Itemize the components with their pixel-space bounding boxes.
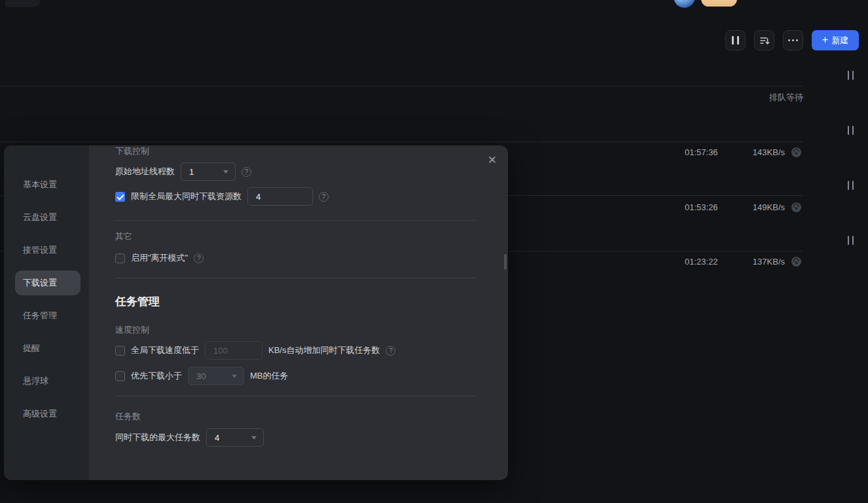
speed-rule-checkbox[interactable] (115, 346, 125, 356)
help-icon[interactable]: ? (386, 346, 395, 356)
row-divider (0, 141, 803, 142)
task-status-text: 排队等待 (744, 92, 803, 103)
priority-row: 优先下载小于 30 MB的任务 (115, 367, 289, 385)
window-corner (5, 0, 41, 7)
globe-avatar-icon (674, 0, 695, 8)
sidebar-item-download[interactable]: 下载设置 (15, 270, 81, 295)
origin-threads-row: 原始地址线程数 1 ? (115, 162, 251, 181)
plus-icon: + (822, 35, 828, 45)
section-speed-control: 速度控制 (115, 324, 149, 336)
limit-resources-row: 限制全局最大同时下载资源数 ? (115, 187, 329, 206)
settings-dialog: 基本设置 云盘设置 接管设置 下载设置 任务管理 提醒 悬浮球 高级设置 ✕ 下… (4, 145, 508, 480)
more-button[interactable] (783, 30, 803, 50)
away-mode-row: 启用"离开模式" ? (115, 252, 204, 264)
max-tasks-row: 同时下载的最大任务数 4 (115, 428, 264, 447)
max-tasks-select[interactable]: 4 (206, 428, 264, 447)
task-time: 01:57:36 (685, 147, 718, 157)
task-time: 01:53:26 (685, 202, 718, 212)
vip-badge[interactable] (701, 0, 737, 7)
section-task-count: 任务数 (115, 411, 141, 422)
chevron-down-icon (232, 375, 237, 378)
task-speed: 137KB/s (753, 257, 785, 267)
cloud-download-icon[interactable] (791, 202, 801, 212)
task-pause-button[interactable] (848, 236, 854, 245)
task-time: 01:23:22 (685, 257, 718, 267)
max-tasks-value: 4 (215, 433, 219, 443)
speed-rule-suffix: KB/s自动增加同时下载任务数 (268, 345, 380, 356)
task-speed: 149KB/s (753, 202, 785, 212)
limit-resources-input[interactable] (247, 187, 313, 206)
task-pause-button[interactable] (848, 71, 854, 80)
more-icon (788, 39, 798, 41)
help-icon[interactable]: ? (242, 167, 251, 177)
away-mode-label[interactable]: 启用"离开模式" (131, 252, 188, 264)
sidebar-item-basic[interactable]: 基本设置 (15, 172, 81, 197)
section-other: 其它 (115, 231, 132, 242)
task-pause-button[interactable] (848, 181, 854, 190)
chevron-down-icon (223, 170, 228, 174)
sidebar-item-cloud[interactable]: 云盘设置 (15, 205, 81, 230)
chevron-down-icon (251, 436, 257, 439)
origin-threads-select[interactable]: 1 (181, 162, 236, 181)
limit-resources-checkbox[interactable] (115, 192, 125, 202)
pause-icon (732, 36, 739, 45)
speed-rule-prefix[interactable]: 全局下载速度低于 (131, 345, 199, 356)
section-divider (115, 220, 476, 221)
away-mode-checkbox[interactable] (115, 253, 125, 263)
task-row: 01:53:26 149KB/s (685, 202, 801, 212)
section-download-control: 下载控制 (115, 145, 149, 157)
priority-suffix: MB的任务 (250, 370, 289, 382)
sidebar-item-advanced[interactable]: 高级设置 (15, 401, 81, 426)
section-divider (115, 396, 476, 396)
limit-resources-label[interactable]: 限制全局最大同时下载资源数 (131, 191, 242, 202)
cloud-download-icon[interactable] (791, 147, 801, 157)
user-avatar[interactable] (674, 0, 695, 8)
origin-threads-value: 1 (189, 167, 194, 177)
sidebar-item-task[interactable]: 任务管理 (15, 303, 81, 328)
close-icon[interactable]: ✕ (485, 152, 499, 168)
task-row: 01:23:22 137KB/s (685, 256, 801, 267)
max-tasks-label: 同时下载的最大任务数 (115, 432, 200, 443)
priority-prefix[interactable]: 优先下载小于 (131, 370, 182, 382)
priority-size-select[interactable]: 30 (188, 367, 244, 385)
priority-size-value: 30 (196, 371, 206, 381)
task-management-heading: 任务管理 (115, 293, 160, 310)
new-task-button[interactable]: + 新建 (812, 30, 859, 50)
row-divider (0, 86, 803, 86)
priority-checkbox[interactable] (115, 371, 125, 381)
sort-button[interactable] (754, 30, 774, 50)
sidebar-item-floatball[interactable]: 悬浮球 (15, 369, 81, 394)
sidebar-item-reminder[interactable]: 提醒 (15, 336, 81, 361)
task-speed: 143KB/s (753, 147, 785, 157)
cloud-download-icon[interactable] (791, 257, 801, 267)
task-pause-button[interactable] (848, 126, 854, 135)
sort-descending-icon (759, 35, 770, 46)
settings-content: ✕ 下载控制 原始地址线程数 1 ? 限制全局最大同时下载资源数 ? 其它 启用… (89, 145, 508, 480)
sidebar-item-takeover[interactable]: 接管设置 (15, 238, 81, 263)
speed-threshold-input[interactable] (205, 341, 262, 360)
scrollbar-thumb[interactable] (504, 254, 507, 270)
speed-rule-row: 全局下载速度低于 KB/s自动增加同时下载任务数 ? (115, 341, 395, 360)
origin-threads-label: 原始地址线程数 (115, 166, 175, 177)
new-task-label: 新建 (831, 35, 848, 47)
section-divider (115, 278, 476, 278)
settings-sidebar: 基本设置 云盘设置 接管设置 下载设置 任务管理 提醒 悬浮球 高级设置 (4, 145, 89, 480)
help-icon[interactable]: ? (319, 192, 329, 202)
task-row: 01:57:36 143KB/s (685, 147, 801, 157)
help-icon[interactable]: ? (194, 253, 204, 263)
pause-all-button[interactable] (725, 30, 746, 50)
